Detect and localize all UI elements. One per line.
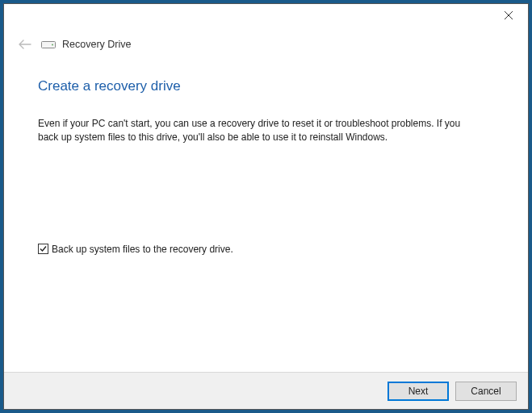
backup-checkbox-row[interactable]: Back up system files to the recovery dri… — [38, 244, 494, 255]
svg-point-3 — [52, 44, 53, 46]
back-arrow-icon[interactable] — [17, 36, 33, 52]
backup-checkbox[interactable] — [38, 244, 48, 254]
close-button[interactable] — [492, 6, 525, 25]
next-button[interactable]: Next — [387, 382, 449, 401]
header-row: Recovery Drive — [4, 27, 528, 52]
content-area: Create a recovery drive Even if your PC … — [4, 52, 528, 255]
recovery-drive-wizard: Recovery Drive Create a recovery drive E… — [3, 3, 529, 410]
backup-checkbox-label: Back up system files to the recovery dri… — [52, 244, 233, 255]
footer-bar: Next Cancel — [4, 372, 528, 409]
page-heading: Create a recovery drive — [38, 78, 494, 94]
drive-icon — [41, 40, 54, 49]
description-text: Even if your PC can't start, you can use… — [38, 117, 482, 145]
cancel-button[interactable]: Cancel — [455, 382, 517, 401]
wizard-title: Recovery Drive — [62, 39, 131, 50]
titlebar — [4, 4, 528, 27]
